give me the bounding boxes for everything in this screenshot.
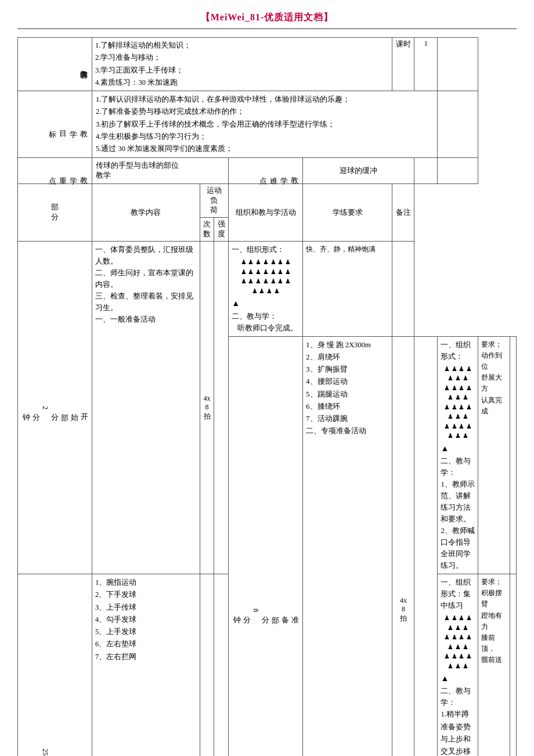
table-row-zhongdian-nandian: 教学重点 传球的手型与击球的部位教学 教学难点 迎球的缓冲 bbox=[18, 158, 517, 184]
page-header: 【MeiWei_81-优质适用文档】 bbox=[17, 12, 517, 24]
org-kaishi-title: 一、组织形式： bbox=[232, 244, 300, 255]
load-kaishi: 4x8拍 bbox=[200, 242, 214, 574]
label-zhunbei: 准备部分8分钟 bbox=[229, 336, 303, 756]
jiaoxue-neirong-text: 1.了解排球运动的相关知识；2.学习准备与移动；3.学习正面双手上手传球；4.素… bbox=[95, 39, 389, 89]
content-jiaoxue-mubiao: 1.了解认识排球运动的基本知识，在多种游戏中球性，体验排球运动的乐趣； 2.了解… bbox=[92, 91, 438, 158]
col-xueli: 学练要求 bbox=[303, 184, 392, 242]
table-row-jiaoxue-mubiao: 教学目标 1.了解认识排球运动的基本知识，在多种游戏中球性，体验排球运动的乐趣；… bbox=[18, 91, 517, 158]
org-kaishi: 一、组织形式： ♟ ♟ ♟ ♟ ♟ ♟ ♟ ♟ ♟ ♟ ♟ ♟ ♟ ♟ ♟ ♟ … bbox=[229, 242, 303, 336]
teach-zhunbei-content: 1、教师示范、讲解练习方法和要求。 2、教师喊口令指导全班同学练习。 bbox=[441, 478, 475, 571]
teach-kaishi-title: 二、教与学： bbox=[232, 311, 300, 322]
req-jiben: 要求；积极摆臂蹬地有力膝前顶，髋前送 bbox=[478, 574, 510, 756]
table-row-kaishi: 开始部分2分钟 一、体育委员整队，汇报班级人数。 二、师生问好，宣布本堂课的内容… bbox=[18, 242, 517, 336]
label-nandian: 教学难点 bbox=[229, 158, 303, 184]
label-jiben: 基本部分25分钟 bbox=[18, 574, 92, 756]
triangle-zhunbei: ▲ bbox=[441, 442, 475, 455]
notes-jiben bbox=[510, 574, 516, 756]
col-bufen: 部分 bbox=[18, 184, 92, 242]
col-cishu: 次数 bbox=[200, 218, 214, 242]
notes-top bbox=[438, 38, 478, 91]
label-jiaoxue-neirong: 教学内容 bbox=[18, 38, 92, 91]
lesson-label: 课时 bbox=[392, 38, 414, 91]
label-kaishi: 开始部分2分钟 bbox=[18, 242, 92, 574]
content-kaishi: 一、体育委员整队，汇报班级人数。 二、师生问好，宣布本堂课的内容。 三、检查、整… bbox=[92, 242, 200, 574]
content-zhunbei: 1、身 慢 跑 2X300m 2、肩绕环 3、扩胸振臂 4、腰部运动 5、踢腿运… bbox=[303, 336, 392, 756]
main-table: 教学内容 1.了解排球运动的相关知识；2.学习准备与移动；3.学习正面双手上手传… bbox=[17, 37, 517, 756]
table-header-row: 部分 教学内容 运动负荷 组织和教与学活动 学练要求 备注 bbox=[18, 184, 517, 218]
col-fuhe: 运动负荷 bbox=[200, 184, 229, 218]
label-zhongdian: 教学重点 bbox=[18, 158, 92, 184]
content-nandian: 迎球的缓冲 bbox=[303, 158, 414, 184]
col-neirong: 教学内容 bbox=[92, 184, 200, 242]
col-zuzhi: 组织和教与学活动 bbox=[229, 184, 303, 242]
people-kaishi-1: ♟ ♟ ♟ ♟ ♟ ♟ ♟ ♟ ♟ ♟ ♟ ♟ ♟ ♟ ♟ ♟ ♟ ♟ ♟ ♟ … bbox=[232, 257, 300, 296]
load-zhunbei-qd bbox=[414, 336, 438, 756]
req-zhunbei: 要求；动作到位舒展大方认真完成 bbox=[478, 336, 510, 574]
req-kaishi: 快、齐、静，精神饱满 bbox=[303, 242, 392, 336]
notes-mubiao bbox=[438, 91, 478, 158]
teach-jiben-title: 二、教与学： bbox=[441, 685, 475, 708]
table-row-jiaoxue-neirong: 教学内容 1.了解排球运动的相关知识；2.学习准备与移动；3.学习正面双手上手传… bbox=[18, 38, 517, 91]
content-jiaoxue-neirong: 1.了解排球运动的相关知识；2.学习准备与移动；3.学习正面双手上手传球；4.素… bbox=[92, 38, 392, 91]
notes-zhongdian bbox=[414, 158, 438, 184]
col-qiangdu: 强度 bbox=[214, 218, 229, 242]
people-jiben: ♟ ♟ ♟ ♟ ♟ ♟ ♟ ♟ ♟ ♟ ♟ ♟ ♟ ♟ ♟ ♟ ♟ ♟ ♟ ♟ … bbox=[441, 613, 475, 671]
triangle-jiben: ▲ bbox=[441, 672, 475, 685]
content-jiben: 1、腕指运动 2、下手发球 3、上手传球 4、勾手发球 5、上手发球 6、左右垫… bbox=[92, 574, 200, 756]
notes-zhunbei bbox=[510, 336, 516, 574]
org-jiben-title: 一、组织形式：集中练习 bbox=[441, 577, 475, 611]
org-zhunbei-title: 一、组织形式： bbox=[441, 339, 475, 362]
load-zhunbei: 4x8拍 bbox=[392, 336, 414, 756]
notes-zhongdian2 bbox=[438, 158, 478, 184]
header-divider bbox=[17, 28, 517, 29]
people-zhunbei: ♟ ♟ ♟ ♟ ♟ ♟ ♟ ♟ ♟ ♟ ♟ ♟ ♟ ♟ ♟ ♟ ♟ ♟ ♟ ♟ … bbox=[441, 364, 475, 441]
lesson-value: 1 bbox=[414, 38, 438, 91]
teach-zhunbei-title: 二、教与学： bbox=[441, 455, 475, 478]
col-beizhu: 备注 bbox=[392, 184, 414, 242]
load-jiben-qd bbox=[214, 574, 229, 756]
triangle-kaishi: ▲ bbox=[232, 297, 300, 310]
label-jiaoxue-mubiao: 教学目标 bbox=[18, 91, 92, 158]
teach-jiben-content: 1.稍半蹲准备姿势与上步和交叉步移动； 2.采用模仿技术练习； 3.徒手练习 4… bbox=[441, 708, 475, 756]
load-jiben bbox=[200, 574, 214, 756]
org-zhunbei: 一、组织形式： ♟ ♟ ♟ ♟ ♟ ♟ ♟ ♟ ♟ ♟ ♟ ♟ ♟ ♟ ♟ ♟ … bbox=[438, 336, 478, 574]
content-zhongdian: 传球的手型与击球的部位教学 bbox=[92, 158, 229, 184]
notes-kaishi bbox=[392, 242, 414, 336]
org-jiben: 一、组织形式：集中练习 ♟ ♟ ♟ ♟ ♟ ♟ ♟ ♟ ♟ ♟ ♟ ♟ ♟ ♟ … bbox=[438, 574, 478, 756]
load-kaishi-qd bbox=[214, 242, 229, 574]
teach-kaishi-content: 听教师口令完成。 bbox=[232, 322, 300, 334]
